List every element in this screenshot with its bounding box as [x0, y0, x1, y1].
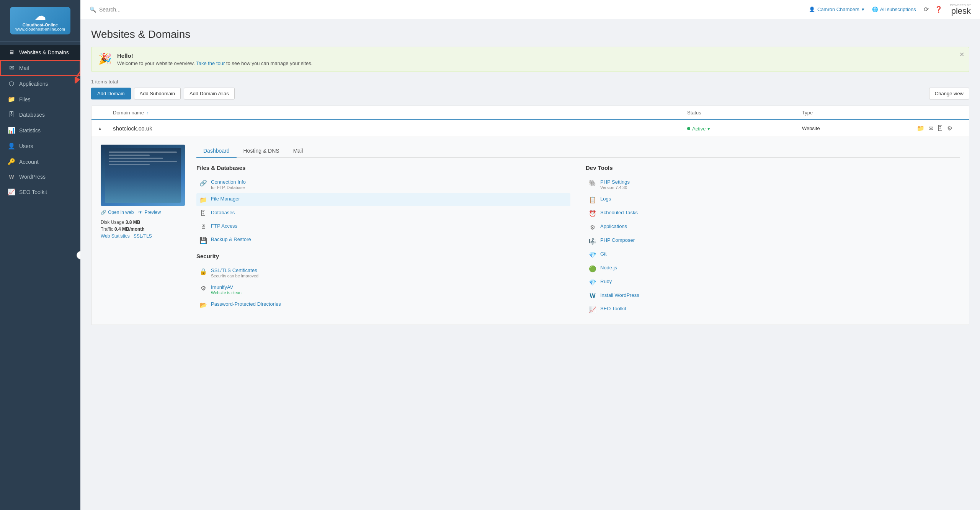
preview-link[interactable]: 👁 Preview — [138, 210, 161, 215]
domain-row-header: ▲ shotclock.co.uk Active ▾ Website 📁 ✉ 🗄 — [91, 120, 969, 137]
ruby-title: Ruby — [600, 279, 612, 284]
tab-dashboard[interactable]: Dashboard — [196, 145, 237, 158]
logs-text: Logs — [600, 196, 611, 202]
domain-table: Domain name ↑ Status Type ▲ shotclock.co… — [91, 106, 969, 325]
git-icon: 💎 — [589, 251, 596, 259]
subscriptions-label: All subscriptions — [880, 7, 916, 12]
ruby-icon: 💎 — [589, 279, 596, 286]
web-statistics-link[interactable]: Web Statistics — [101, 233, 130, 239]
nodejs-icon: 🟢 — [589, 265, 596, 272]
applications-item[interactable]: ⚙ Applications — [586, 221, 960, 234]
main-area: 🔍 👤 Camron Chambers ▾ 🌐 All subscription… — [80, 0, 980, 510]
actions-left: Add Domain Add Subdomain Add Domain Alia… — [91, 88, 235, 99]
domain-name[interactable]: shotclock.co.uk — [113, 125, 687, 132]
file-manager-icon: 📁 — [199, 196, 207, 204]
domain-col-header[interactable]: Domain name ↑ — [113, 110, 687, 116]
connection-info-item[interactable]: 🔗 Connection Info for FTP, Database — [196, 176, 570, 192]
sidebar-item-wordpress-label: WordPress — [19, 174, 46, 180]
backup-item[interactable]: 💾 Backup & Restore — [196, 234, 570, 247]
sidebar-item-applications[interactable]: ⬡ Applications — [0, 76, 80, 91]
search-icon: 🔍 — [90, 7, 96, 13]
imunifyav-item[interactable]: ⚙ ImunifyAV Website is clean — [196, 282, 570, 298]
sidebar-item-mail-label: Mail — [19, 65, 29, 71]
nodejs-item[interactable]: 🟢 Node.js — [586, 262, 960, 275]
sidebar-item-statistics[interactable]: 📊 Statistics — [0, 122, 80, 138]
sidebar-item-files[interactable]: 📁 Files — [0, 91, 80, 107]
settings-action-icon[interactable]: ⚙ — [947, 125, 952, 132]
traffic-stat: Traffic 0.4 MB/month — [101, 226, 185, 232]
add-subdomain-button[interactable]: Add Subdomain — [134, 88, 181, 99]
connection-info-title: Connection Info — [211, 179, 246, 185]
welcome-banner-text: Hello! Welcome to your website overview.… — [117, 52, 312, 66]
logs-item[interactable]: 📋 Logs — [586, 193, 960, 206]
take-tour-link[interactable]: Take the tour — [196, 60, 225, 66]
status-dot — [687, 127, 690, 130]
file-manager-item[interactable]: 📁 File Manager — [196, 193, 570, 206]
files-db-title: Files & Databases — [196, 165, 570, 171]
add-domain-alias-button[interactable]: Add Domain Alias — [184, 88, 235, 99]
sidebar-item-websites[interactable]: 🖥 Websites & Domains — [0, 45, 80, 60]
php-composer-title: PHP Composer — [600, 237, 635, 243]
applications-dt-title: Applications — [600, 223, 627, 229]
password-dirs-title: Password-Protected Directories — [211, 301, 281, 307]
sidebar-item-databases[interactable]: 🗄 Databases — [0, 107, 80, 122]
ssl-certs-item[interactable]: 🔒 SSL/TLS Certificates Security can be i… — [196, 265, 570, 281]
files-databases-section: Files & Databases 🔗 Connection Info for … — [196, 165, 570, 247]
status-badge[interactable]: Active ▾ — [687, 126, 710, 132]
seo-toolkit-item[interactable]: 📈 SEO Toolkit — [586, 303, 960, 316]
refresh-icon[interactable]: ⟳ — [924, 6, 929, 13]
databases-item[interactable]: 🗄 Databases — [196, 207, 570, 220]
topbar: 🔍 👤 Camron Chambers ▾ 🌐 All subscription… — [80, 0, 980, 19]
topbar-user[interactable]: 👤 Camron Chambers ▾ — [809, 7, 864, 12]
ruby-item[interactable]: 💎 Ruby — [586, 276, 960, 289]
folder-icon[interactable]: 📁 — [917, 125, 924, 132]
search-box: 🔍 — [90, 7, 176, 13]
php-settings-item[interactable]: 🐘 PHP Settings Version 7.4.30 — [586, 176, 960, 192]
git-item[interactable]: 💎 Git — [586, 248, 960, 261]
domain-tabs: Dashboard Hosting & DNS Mail Files & Dat… — [196, 145, 960, 317]
install-wordpress-item[interactable]: W Install WordPress — [586, 290, 960, 302]
install-wp-title: Install WordPress — [600, 292, 639, 298]
php-composer-item[interactable]: 🎼 PHP Composer — [586, 235, 960, 248]
password-dirs-item[interactable]: 📂 Password-Protected Directories — [196, 298, 570, 311]
help-icon[interactable]: ❓ — [935, 6, 942, 13]
security-title: Security — [196, 253, 570, 259]
banner-close-button[interactable]: ✕ — [959, 51, 964, 58]
preview-actions: 🔗 Open in web 👁 Preview — [101, 210, 185, 215]
row-collapse-icon[interactable]: ▲ — [98, 126, 113, 131]
globe-icon: 🌐 — [872, 7, 878, 12]
add-domain-button[interactable]: Add Domain — [91, 88, 131, 99]
open-in-web-link[interactable]: 🔗 Open in web — [101, 210, 134, 215]
scheduled-tasks-item[interactable]: ⏰ Scheduled Tasks — [586, 207, 960, 220]
password-dirs-icon: 📂 — [199, 301, 207, 309]
change-view-button[interactable]: Change view — [929, 88, 969, 99]
status-col-header: Status — [687, 110, 802, 116]
sidebar-item-wordpress[interactable]: W WordPress — [0, 169, 80, 184]
nodejs-title: Node.js — [600, 265, 617, 270]
database-action-icon[interactable]: 🗄 — [937, 125, 943, 132]
sidebar-item-seo-label: SEO Toolkit — [19, 189, 47, 195]
ssl-link[interactable]: SSL/TLS — [134, 233, 152, 239]
search-input[interactable] — [99, 7, 176, 13]
domain-type: Website — [802, 125, 917, 131]
plesk-name: plesk — [951, 7, 971, 15]
scheduled-tasks-title: Scheduled Tasks — [600, 210, 638, 215]
ftp-text: FTP Access — [211, 223, 237, 229]
sidebar-item-users[interactable]: 👤 Users — [0, 138, 80, 154]
backup-text: Backup & Restore — [211, 236, 251, 242]
sidebar-item-seo[interactable]: 📈 SEO Toolkit — [0, 184, 80, 200]
sidebar-item-account[interactable]: 🔑 Account — [0, 154, 80, 169]
mail-action-icon[interactable]: ✉ — [928, 125, 933, 132]
welcome-greeting: Hello! — [117, 52, 312, 59]
items-total: 1 items total — [91, 79, 969, 85]
tab-mail[interactable]: Mail — [286, 145, 310, 158]
php-composer-text: PHP Composer — [600, 237, 635, 243]
topbar-subscriptions[interactable]: 🌐 All subscriptions — [872, 7, 916, 12]
ssl-certs-title: SSL/TLS Certificates — [211, 267, 258, 273]
databases-text: Databases — [211, 210, 235, 215]
users-icon: 👤 — [8, 142, 15, 150]
tab-hosting-dns[interactable]: Hosting & DNS — [237, 145, 286, 158]
php-icon: 🐘 — [589, 179, 596, 187]
sidebar-item-mail[interactable]: ✉ Mail — [0, 60, 80, 76]
ftp-item[interactable]: 🖥 FTP Access — [196, 220, 570, 233]
